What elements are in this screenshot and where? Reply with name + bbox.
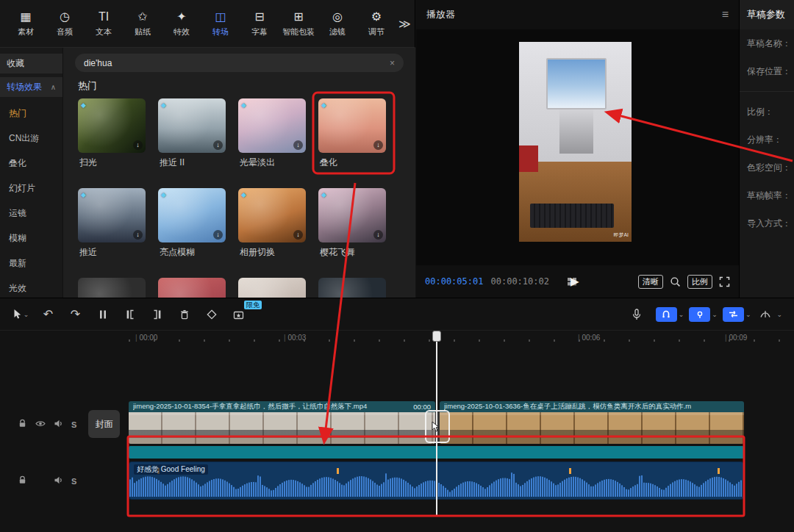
- quality-button[interactable]: 清晰: [638, 275, 663, 289]
- lock-icon[interactable]: [18, 418, 27, 431]
- video-clip-2[interactable]: jimeng-2025-10-01-3636-鱼在桌子上活蹦乱跳，模仿鱼类离开水…: [440, 401, 744, 444]
- trim-left-button[interactable]: [116, 304, 143, 325]
- sidebar-item-hot[interactable]: 热门: [0, 101, 62, 126]
- transition-item: ◆ ↓ 扫光: [78, 98, 146, 168]
- transition-item-partial: [78, 278, 146, 298]
- speaker-icon[interactable]: [54, 418, 63, 431]
- ruler-label: 00:06: [578, 334, 600, 342]
- download-icon[interactable]: ↓: [213, 140, 223, 150]
- download-icon[interactable]: ↓: [133, 140, 143, 150]
- tab-audio[interactable]: ◷ 音频: [48, 10, 82, 37]
- free-badge: 限免: [244, 301, 262, 309]
- main-track-magnet-toggle[interactable]: [656, 307, 677, 322]
- delete-button[interactable]: [171, 304, 198, 325]
- transition-thumbnail[interactable]: ◆ ↓: [158, 98, 226, 153]
- draft-params-panel: 草稿参数 草稿名称： 保存位置： 比例： 分辨率： 色彩空间： 草稿帧率： 导入…: [739, 0, 794, 298]
- transition-thumbnail[interactable]: [318, 278, 386, 298]
- lock-icon[interactable]: [18, 475, 27, 488]
- audio-icon: ◷: [60, 10, 70, 24]
- tab-stickers[interactable]: ✩ 贴纸: [126, 10, 160, 37]
- transition-item: ◆ ↓ 光晕淡出: [238, 98, 306, 168]
- clip-name-bar: jimeng-2025-10-01-8354-手拿直拿起纸巾，然后撒手，让纸巾自…: [129, 401, 435, 412]
- transition-thumbnail[interactable]: ◆ ↓: [238, 188, 306, 242]
- preview-desk: [519, 162, 632, 242]
- download-icon[interactable]: ↓: [133, 230, 143, 240]
- tab-text[interactable]: TI 文本: [87, 10, 121, 37]
- tab-transitions[interactable]: ◫ 转场: [204, 10, 237, 37]
- sidebar-item-dissolve[interactable]: 叠化: [0, 151, 62, 176]
- record-voice-button[interactable]: [623, 304, 651, 325]
- download-icon[interactable]: ↓: [373, 230, 383, 240]
- download-icon[interactable]: ↓: [373, 140, 383, 150]
- sidebar-item-blur[interactable]: 模糊: [0, 226, 62, 251]
- mask-button[interactable]: [198, 304, 225, 325]
- download-icon[interactable]: ↓: [293, 230, 303, 240]
- transition-item-partial: [158, 278, 226, 298]
- chevron-down-icon[interactable]: ⌄: [776, 311, 782, 318]
- chevron-down-icon[interactable]: ⌄: [712, 311, 718, 318]
- transition-thumbnail[interactable]: ◆ ↓: [158, 188, 226, 242]
- playhead[interactable]: [432, 331, 441, 342]
- transition-thumbnail[interactable]: ◆ ↓: [238, 98, 306, 153]
- fullscreen-icon[interactable]: [719, 276, 730, 287]
- chevron-down-icon[interactable]: ⌄: [745, 311, 751, 318]
- player-controls: 00:00:05:01 00:00:10:02 ▶ 清晰 比例: [416, 265, 739, 298]
- download-icon[interactable]: ↓: [213, 230, 223, 240]
- transition-thumbnail[interactable]: ◆ ↓: [78, 188, 146, 242]
- zoom-icon[interactable]: [670, 276, 681, 287]
- eye-icon[interactable]: [35, 418, 46, 431]
- select-tool[interactable]: ⌄: [7, 304, 35, 325]
- solo-toggle[interactable]: S: [71, 420, 76, 429]
- cover-button[interactable]: 封面: [88, 410, 120, 438]
- player-panel: 播放器 ≡ 即梦AI 00:00:05:01 00:00:10:02 ▶ 清晰: [416, 0, 739, 298]
- tab-effects[interactable]: ✦ 特效: [165, 10, 198, 37]
- transition-label: 樱花飞舞: [318, 246, 386, 257]
- transition-item-dissolve: ◆ ↓ 叠化: [318, 98, 386, 168]
- undo-button[interactable]: ↶: [35, 304, 62, 325]
- transition-thumbnail[interactable]: [78, 278, 146, 298]
- player-menu-icon[interactable]: ≡: [722, 8, 729, 21]
- sidebar-item-slideshow[interactable]: 幻灯片: [0, 176, 62, 201]
- transition-thumbnail[interactable]: [238, 278, 306, 298]
- sidebar-item-light-fx[interactable]: 光效: [0, 276, 62, 298]
- video-clip-1[interactable]: jimeng-2025-10-01-8354-手拿直拿起纸巾，然后撒手，让纸巾自…: [129, 401, 435, 444]
- auto-snap-toggle[interactable]: [689, 307, 710, 322]
- split-button[interactable]: [89, 304, 116, 325]
- player-stage[interactable]: 即梦AI: [416, 29, 739, 265]
- clear-search-icon[interactable]: ×: [390, 58, 395, 68]
- sidebar-item-transition-effects[interactable]: 转场效果 ∧: [0, 77, 62, 97]
- field-resolution: 分辨率：: [740, 126, 794, 154]
- transition-thumbnail[interactable]: ◆ ↓: [318, 98, 386, 153]
- trim-right-button[interactable]: [143, 304, 171, 325]
- speaker-icon[interactable]: [54, 475, 63, 488]
- transitions-grid: ◆ ↓ 扫光 ◆ ↓ 推近 II ◆ ↓ 光晕淡出: [63, 98, 415, 298]
- sidebar-item-cn-travel[interactable]: CN出游: [0, 126, 62, 151]
- transition-thumbnail[interactable]: [158, 278, 226, 298]
- craft-button[interactable]: 限免: [225, 304, 252, 325]
- tab-label: 贴纸: [135, 26, 151, 37]
- sidebar-item-camera-move[interactable]: 运镜: [0, 201, 62, 226]
- solo-toggle[interactable]: S: [71, 477, 76, 486]
- redo-button[interactable]: ↷: [62, 304, 89, 325]
- search-input[interactable]: die'hua ×: [75, 54, 404, 72]
- linkage-toggle[interactable]: [723, 307, 744, 322]
- total-duration: 00:00:10:02: [490, 276, 548, 287]
- sidebar-item-newest[interactable]: 最新: [0, 251, 62, 276]
- tab-filters[interactable]: ◎ 滤镜: [321, 10, 354, 37]
- chevron-down-icon[interactable]: ⌄: [679, 311, 684, 318]
- play-button[interactable]: ▶: [571, 275, 579, 288]
- chevron-up-icon: ∧: [51, 83, 56, 91]
- time-ruler[interactable]: 00:00 00:03 00:06 00:09: [0, 333, 794, 346]
- transition-thumbnail[interactable]: ◆ ↓: [78, 98, 146, 153]
- ratio-button[interactable]: 比例: [687, 275, 712, 289]
- tab-media[interactable]: ▦ 素材: [9, 10, 43, 37]
- sidebar-item-favorites[interactable]: 收藏: [0, 54, 62, 73]
- tab-adjust[interactable]: ⚙ 调节: [360, 10, 393, 37]
- tab-captions[interactable]: ⊟ 字幕: [243, 10, 276, 37]
- playhead-handle[interactable]: [432, 331, 441, 342]
- transition-thumbnail[interactable]: ◆ ↓: [318, 188, 386, 242]
- tab-smart-pack[interactable]: ⊞ 智能包装: [282, 10, 315, 37]
- download-icon[interactable]: ↓: [293, 140, 303, 150]
- expand-panel-icon[interactable]: ≫: [398, 17, 411, 31]
- preview-axis-icon[interactable]: [756, 304, 775, 325]
